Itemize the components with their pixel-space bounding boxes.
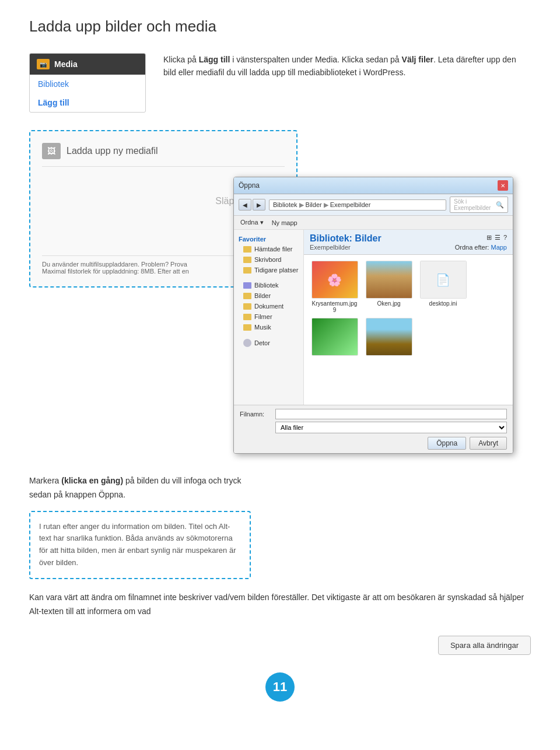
intro-bold1: Lägg till [199, 55, 230, 64]
save-button-row: Spara alla ändringar [29, 636, 531, 655]
search-placeholder: Sök i Exempelbilder [454, 198, 496, 211]
file-image-4 [312, 318, 358, 356]
sidebar-skrivbord-label: Skrivbord [254, 256, 281, 263]
library-sub: Exempelbilder [310, 244, 382, 251]
dialog-close-button[interactable]: ✕ [498, 180, 508, 191]
save-all-button[interactable]: Spara alla ändringar [438, 636, 531, 655]
dialog-toolbar2: Ordna ▾ Ny mapp [234, 216, 513, 230]
sidebar-bibliotek-label: Bibliotek [254, 282, 279, 289]
sidebar-media-label: Media [54, 59, 78, 69]
help-icon[interactable]: ? [503, 234, 507, 241]
library-title: Bibliotek: Bilder [310, 233, 382, 244]
breadcrumb-bilder: Bilder [306, 201, 322, 208]
folder-icon [243, 293, 251, 299]
file-thumbnail-4[interactable] [310, 318, 359, 358]
sidebar-skrivbord[interactable]: Skrivbord [234, 254, 303, 265]
breadcrumb-bibliotek: Bibliotek [273, 201, 298, 208]
sidebar-arrow-icon [139, 58, 146, 70]
filename-label: Filnamn: [240, 411, 272, 418]
folder-icon [243, 303, 251, 310]
search-icon: 🔍 [496, 201, 504, 209]
file-image-2 [366, 261, 412, 299]
flower-image: 🌸 [312, 261, 358, 298]
search-box[interactable]: Sök i Exempelbilder 🔍 [450, 197, 508, 213]
open-button[interactable]: Öppna [428, 437, 466, 450]
folder-icon [243, 257, 251, 263]
dialog-nav-buttons: ◀ ▶ [239, 199, 265, 211]
file-image-3: 📄 [420, 261, 467, 299]
sidebar-bilder-label: Bilder [254, 292, 271, 299]
upload-icon: 🖼 [42, 143, 61, 159]
sidebar-dokument[interactable]: Dokument [234, 301, 303, 311]
folder-icon [243, 267, 251, 274]
sidebar-musik[interactable]: Musik [234, 322, 303, 332]
dialog-action-buttons: Öppna Avbryt [240, 437, 507, 450]
file-thumbnail-3[interactable]: 📄 desktop.ini [418, 261, 468, 313]
green-image [312, 318, 358, 355]
page-title: Ladda upp bilder och media [29, 17, 531, 36]
breadcrumb-exempelbilder: Exempelbilder [330, 201, 371, 208]
file-image-1: 🌸 [312, 261, 358, 299]
sidebar-mock: 📷 Media Bibliotek Lägg till [29, 53, 146, 113]
sidebar-hamtade[interactable]: Hämtade filer [234, 244, 303, 254]
sidebar-dokument-label: Dokument [254, 303, 284, 310]
instruction-paragraph-2: I rutan efter anger du information om bi… [39, 521, 241, 569]
sidebar-bilder[interactable]: Bilder [234, 290, 303, 301]
bottom-text: Kan vara värt att ändra om filnamnet int… [29, 591, 531, 619]
dialog-footer: Filnamn: Alla filer Öppna Avbryt [234, 405, 513, 453]
filetype-select[interactable]: Alla filer [275, 422, 507, 433]
sidebar-musik-label: Musik [254, 324, 271, 331]
filetype-row: Alla filer [240, 422, 507, 433]
file-thumbnail-2[interactable]: Oken.jpg [364, 261, 414, 313]
intro-part1: Klicka på [163, 55, 199, 64]
favorites-title: Favoriter [234, 234, 303, 244]
intro-text: Klicka på Lägg till i vänsterspalten und… [163, 53, 531, 113]
back-button[interactable]: ◀ [239, 199, 251, 211]
dialog-toolbar: ◀ ▶ Bibliotek ▶ Bilder ▶ Exempelbilder S… [234, 194, 513, 216]
folder-icon [243, 246, 251, 253]
ordna-label: Ordna efter: [455, 244, 489, 251]
folder-icon [243, 282, 251, 289]
instruction-paragraph-1: Markera (klicka en gång) på bilden du vi… [29, 474, 251, 502]
ordna-button[interactable]: Ordna ▾ [237, 218, 267, 227]
desert-image [366, 261, 412, 298]
forward-button[interactable]: ▶ [253, 199, 265, 211]
filename-input[interactable] [275, 409, 507, 419]
dialog-sidebar: Favoriter Hämtade filer Skrivbord Tidiga… [234, 230, 304, 405]
upload-title: Ladda upp ny mediafil [66, 146, 158, 156]
file-thumbnail-5[interactable] [364, 318, 414, 358]
instr-bold: (klicka en gång) [61, 476, 123, 485]
ny-mapp-button[interactable]: Ny mapp [269, 218, 300, 227]
file-image-5 [366, 318, 412, 356]
intro-bold2: Välj filer [402, 55, 433, 64]
file-dialog: Öppna ✕ ◀ ▶ Bibliotek ▶ Bilder ▶ Exempel… [233, 177, 513, 454]
sidebar-media-button[interactable]: 📷 Media [30, 54, 145, 75]
folder-icon [243, 324, 251, 331]
detor-group: Detor [234, 337, 303, 349]
sidebar-detor[interactable]: Detor [234, 337, 303, 349]
ordna-dropdown[interactable]: Mapp [491, 244, 507, 251]
bottom-paragraph: Kan vara värt att ändra om filnamnet int… [29, 591, 531, 619]
dialog-main-header: Bibliotek: Bilder Exempelbilder ⊞ ☰ ? Or… [304, 230, 513, 255]
file-thumbnail-1[interactable]: 🌸 Krysantemum.jpg9 [310, 261, 359, 313]
folder-icon [243, 339, 251, 347]
sidebar-filmer-label: Filmer [254, 313, 272, 320]
sidebar-filmer[interactable]: Filmer [234, 311, 303, 322]
sidebar-tidigare-label: Tidigare platser [254, 267, 298, 274]
instruction-left: Markera (klicka en gång) på bilden du vi… [29, 474, 251, 579]
library-group: Bibliotek Bilder Dokument Filmer [234, 280, 303, 332]
sidebar-tidigare[interactable]: Tidigare platser [234, 265, 303, 275]
instr-part1: Markera [29, 476, 61, 485]
intro-part2: i vänsterspalten under Media. Klicka sed… [230, 55, 401, 64]
file-name-2: Oken.jpg [364, 300, 414, 307]
file-name-1: Krysantemum.jpg9 [310, 300, 359, 313]
view-icon2[interactable]: ☰ [495, 234, 501, 241]
view-icon1[interactable]: ⊞ [487, 234, 492, 241]
sidebar-bibliotek[interactable]: Bibliotek [234, 280, 303, 290]
cancel-button[interactable]: Avbryt [470, 437, 507, 450]
dialog-titlebar: Öppna ✕ [234, 177, 513, 194]
dashed-info-box: I rutan efter anger du information om bi… [29, 511, 251, 579]
sidebar-item-bibliotek[interactable]: Bibliotek [30, 75, 145, 93]
brown-image [366, 318, 412, 355]
sidebar-item-lagg-till[interactable]: Lägg till [30, 93, 145, 112]
